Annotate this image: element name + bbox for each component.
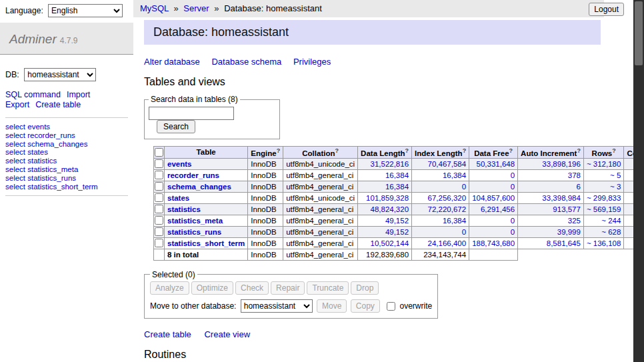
- auto-increment-link[interactable]: 913,577: [553, 205, 581, 213]
- sql-command-link[interactable]: SQL command: [5, 90, 61, 99]
- overwrite-checkbox[interactable]: [387, 302, 395, 311]
- create-table-link[interactable]: Create table: [144, 329, 191, 339]
- row-checkbox[interactable]: [155, 239, 163, 247]
- database-schema-link[interactable]: Database schema: [211, 57, 281, 67]
- table-name-link[interactable]: statistics_short_term: [167, 239, 245, 247]
- language-select[interactable]: English: [48, 4, 123, 17]
- data-free-link[interactable]: 188,743,680: [472, 239, 515, 247]
- create-table-sidebar-link[interactable]: Create table: [35, 100, 81, 109]
- row-checkbox[interactable]: [155, 205, 163, 213]
- help-icon[interactable]: ?: [577, 147, 581, 154]
- row-checkbox[interactable]: [155, 182, 163, 191]
- sidebar-table-link[interactable]: select schema_changes: [5, 140, 128, 149]
- table-name-link[interactable]: states: [167, 194, 189, 202]
- data-free-link[interactable]: 6,291,456: [481, 205, 515, 213]
- sidebar-table-link[interactable]: select statistics: [5, 157, 128, 165]
- search-button[interactable]: Search: [157, 120, 195, 133]
- index-length-link[interactable]: 0: [462, 228, 466, 236]
- help-icon[interactable]: ?: [463, 147, 467, 154]
- sidebar-table-link[interactable]: select statistics_runs: [5, 174, 128, 183]
- rows-link[interactable]: ~ 3: [610, 183, 621, 191]
- auto-increment-link[interactable]: 33,898,196: [542, 160, 581, 168]
- sidebar-table-link[interactable]: select statistics_meta: [5, 165, 128, 174]
- rows-link[interactable]: ~ 299,833: [587, 194, 621, 202]
- data-free-link[interactable]: 0: [511, 228, 515, 236]
- search-input[interactable]: [149, 107, 234, 120]
- row-checkbox[interactable]: [155, 216, 163, 225]
- move-db-select[interactable]: homeassistant: [241, 299, 313, 313]
- data-free-link[interactable]: 0: [511, 171, 515, 179]
- auto-increment-link[interactable]: 33,398,984: [542, 194, 581, 202]
- data-free-link[interactable]: 50,331,648: [477, 160, 515, 168]
- data-length-link[interactable]: 49,152: [385, 228, 409, 236]
- move-button[interactable]: Move: [317, 299, 347, 313]
- index-length-link[interactable]: 16,384: [443, 171, 466, 179]
- sidebar-table-link[interactable]: select statistics_short_term: [5, 183, 128, 191]
- row-checkbox[interactable]: [155, 193, 163, 202]
- auto-increment-link[interactable]: 6: [577, 183, 581, 191]
- index-length-link[interactable]: 70,467,584: [428, 160, 467, 168]
- create-view-link[interactable]: Create view: [204, 329, 250, 339]
- index-length-link[interactable]: 72,220,672: [428, 205, 467, 213]
- drop-button[interactable]: Drop: [351, 281, 379, 295]
- breadcrumb-mysql-link[interactable]: MySQL: [140, 3, 169, 13]
- export-link[interactable]: Export: [5, 100, 29, 109]
- sidebar-table-link[interactable]: select events: [5, 123, 128, 131]
- data-length-link[interactable]: 16,384: [385, 183, 409, 191]
- auto-increment-link[interactable]: 8,581,645: [547, 239, 581, 247]
- analyze-button[interactable]: Analyze: [150, 281, 189, 295]
- sidebar-table-link[interactable]: select states: [5, 148, 128, 157]
- help-icon[interactable]: ?: [612, 147, 616, 154]
- table-name-link[interactable]: recorder_runs: [167, 171, 219, 179]
- vertical-scrollbar[interactable]: [633, 0, 644, 362]
- rows-link[interactable]: ~ 5: [610, 171, 621, 179]
- data-length-link[interactable]: 31,522,816: [371, 160, 409, 168]
- scrollbar-thumb[interactable]: [635, 1, 643, 65]
- auto-increment-link[interactable]: 378: [568, 171, 581, 179]
- truncate-button[interactable]: Truncate: [307, 281, 349, 295]
- data-length-link[interactable]: 101,859,328: [366, 194, 409, 202]
- help-icon[interactable]: ?: [509, 147, 513, 154]
- auto-increment-link[interactable]: 325: [568, 217, 581, 225]
- table-name-link[interactable]: schema_changes: [167, 183, 231, 191]
- data-free-link[interactable]: 0: [511, 183, 515, 191]
- import-link[interactable]: Import: [67, 90, 90, 99]
- help-icon[interactable]: ?: [405, 147, 409, 154]
- privileges-link[interactable]: Privileges: [293, 57, 331, 67]
- table-name-link[interactable]: statistics_runs: [167, 228, 221, 236]
- data-free-link[interactable]: 0: [511, 217, 515, 225]
- data-length-link[interactable]: 48,824,320: [371, 205, 409, 213]
- rows-link[interactable]: ~ 569,159: [587, 205, 621, 213]
- data-length-link[interactable]: 16,384: [385, 171, 409, 179]
- alter-database-link[interactable]: Alter database: [144, 57, 200, 67]
- db-select[interactable]: homeassistant: [24, 68, 96, 81]
- optimize-button[interactable]: Optimize: [191, 281, 233, 295]
- breadcrumb-server-link[interactable]: Server: [183, 3, 209, 13]
- logout-button[interactable]: Logout: [589, 3, 624, 16]
- index-length-link[interactable]: 24,166,400: [428, 239, 467, 247]
- row-checkbox[interactable]: [155, 159, 163, 168]
- row-checkbox[interactable]: [155, 171, 163, 179]
- table-name-link[interactable]: events: [167, 160, 191, 168]
- select-all-checkbox[interactable]: [155, 148, 163, 157]
- repair-button[interactable]: Repair: [271, 281, 305, 295]
- index-length-link[interactable]: 0: [462, 183, 466, 191]
- rows-link[interactable]: ~ 312,180: [587, 160, 621, 168]
- index-length-link[interactable]: 16,384: [443, 217, 466, 225]
- auto-increment-link[interactable]: 39,999: [557, 228, 581, 236]
- row-checkbox[interactable]: [155, 227, 163, 236]
- sidebar-table-link[interactable]: select recorder_runs: [5, 131, 128, 140]
- rows-link[interactable]: ~ 244: [601, 217, 621, 225]
- help-icon[interactable]: ?: [335, 147, 339, 154]
- rows-link[interactable]: ~ 136,108: [587, 239, 621, 247]
- copy-button[interactable]: Copy: [351, 299, 380, 313]
- check-button[interactable]: Check: [235, 281, 269, 295]
- table-name-link[interactable]: statistics_meta: [167, 217, 223, 225]
- help-icon[interactable]: ?: [277, 147, 281, 154]
- table-name-link[interactable]: statistics: [167, 205, 201, 213]
- data-free-link[interactable]: 104,857,600: [472, 194, 515, 202]
- data-length-link[interactable]: 10,502,144: [371, 239, 409, 247]
- app-name[interactable]: Adminer: [9, 32, 57, 46]
- data-length-link[interactable]: 49,152: [385, 217, 409, 225]
- index-length-link[interactable]: 67,256,320: [428, 194, 467, 202]
